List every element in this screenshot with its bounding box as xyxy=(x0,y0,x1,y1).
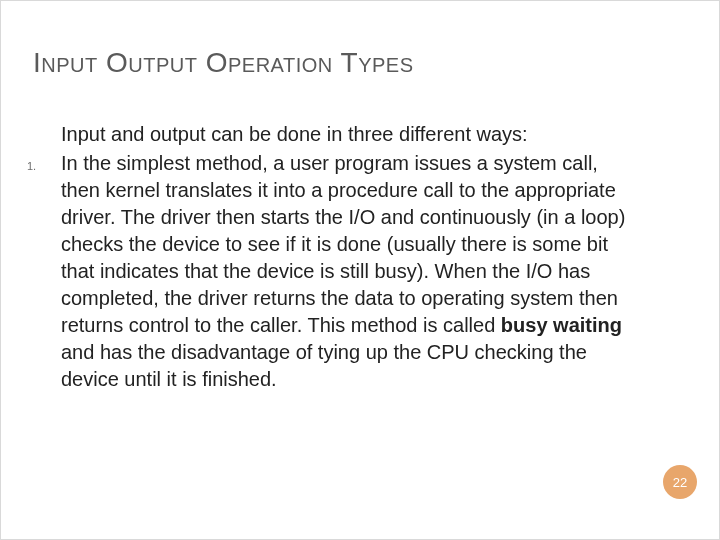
intro-text: Input and output can be done in three di… xyxy=(61,121,641,148)
page-number: 22 xyxy=(673,475,687,490)
list-item-text: In the simplest method, a user program i… xyxy=(61,150,641,393)
item-text-bold: busy waiting xyxy=(501,314,622,336)
slide-title: Input Output Operation Types xyxy=(33,47,414,79)
item-text-pre: In the simplest method, a user program i… xyxy=(61,152,625,336)
slide: Input Output Operation Types Input and o… xyxy=(0,0,720,540)
list-number: 1. xyxy=(27,150,61,393)
item-text-post: and has the disadvantage of tying up the… xyxy=(61,341,587,390)
page-number-badge: 22 xyxy=(663,465,697,499)
list-item: 1. In the simplest method, a user progra… xyxy=(61,150,641,393)
slide-body: Input and output can be done in three di… xyxy=(61,121,641,393)
